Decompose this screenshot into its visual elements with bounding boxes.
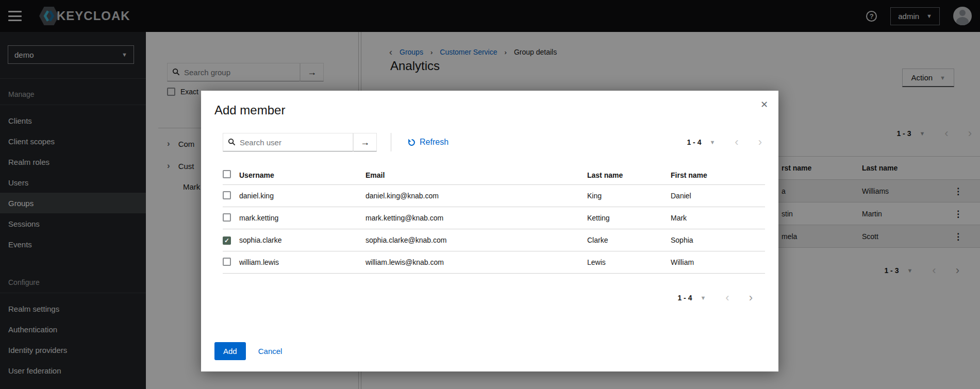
row-checkbox[interactable] <box>223 258 231 266</box>
user-search-submit-button[interactable]: → <box>353 133 377 151</box>
add-member-modal: Add member ✕ → Refresh 1 - 4 <box>201 91 778 371</box>
cell-first-name: William <box>671 258 765 266</box>
cell-username: daniel.king <box>239 192 366 200</box>
cancel-button[interactable]: Cancel <box>258 347 283 356</box>
refresh-label: Refresh <box>420 138 449 147</box>
table-row: daniel.king daniel.king@knab.com King Da… <box>223 185 765 207</box>
pagination-range[interactable]: 1 - 4 <box>687 138 701 146</box>
next-page-button[interactable]: › <box>749 292 753 303</box>
caret-down-icon: ▼ <box>700 295 706 301</box>
keycloak-admin-console: KEYCLOAK ? admin ▼ demo ▼ Manage Clients… <box>0 0 980 389</box>
modal-footer: Add Cancel <box>214 342 282 360</box>
cell-last-name: Lewis <box>587 258 671 266</box>
close-icon[interactable]: ✕ <box>760 99 768 110</box>
cell-first-name: Mark <box>671 214 765 222</box>
caret-down-icon: ▼ <box>709 139 715 145</box>
col-last-name: Last name <box>587 171 671 179</box>
cell-last-name: King <box>587 192 671 200</box>
cell-first-name: Daniel <box>671 192 765 200</box>
col-first-name: First name <box>671 171 765 179</box>
divider <box>391 133 391 151</box>
next-page-button[interactable]: › <box>758 137 762 148</box>
search-icon <box>228 138 236 146</box>
pagination-range[interactable]: 1 - 4 <box>677 294 692 302</box>
prev-page-button[interactable]: ‹ <box>735 137 738 148</box>
cell-username: sophia.clarke <box>239 236 366 244</box>
cell-email: daniel.king@knab.com <box>366 192 587 200</box>
modal-pagination-top: 1 - 4 ▼ ‹ › <box>687 137 762 148</box>
cell-last-name: Ketting <box>587 214 671 222</box>
cell-email: william.lewis@knab.com <box>366 258 587 266</box>
col-username: Username <box>239 171 366 179</box>
refresh-button[interactable]: Refresh <box>408 138 449 147</box>
user-table: Username Email Last name First name dani… <box>223 165 765 274</box>
prev-page-button[interactable]: ‹ <box>725 292 729 303</box>
table-row: william.lewis william.lewis@knab.com Lew… <box>223 251 765 274</box>
row-checkbox[interactable] <box>223 213 231 222</box>
modal-title: Add member <box>214 103 765 117</box>
table-row: mark.ketting mark.ketting@knab.com Ketti… <box>223 207 765 229</box>
user-table-header: Username Email Last name First name <box>223 165 765 185</box>
row-checkbox[interactable] <box>223 191 231 199</box>
table-row: sophia.clarke sophia.clarke@knab.com Cla… <box>223 229 765 251</box>
cell-first-name: Sophia <box>671 236 765 244</box>
modal-pagination-bottom: 1 - 4 ▼ ‹ › <box>677 292 753 303</box>
col-email: Email <box>366 171 587 179</box>
modal-toolbar: → Refresh 1 - 4 ▼ ‹ › <box>223 133 765 151</box>
cell-email: mark.ketting@knab.com <box>366 214 587 222</box>
cell-username: mark.ketting <box>239 214 366 222</box>
add-button[interactable]: Add <box>214 342 246 360</box>
cell-email: sophia.clarke@knab.com <box>366 236 587 244</box>
refresh-icon <box>408 139 416 146</box>
cell-username: william.lewis <box>239 258 366 266</box>
cell-last-name: Clarke <box>587 236 671 244</box>
user-search-input[interactable] <box>223 133 353 151</box>
row-checkbox[interactable] <box>223 236 231 245</box>
select-all-checkbox[interactable] <box>223 170 231 178</box>
